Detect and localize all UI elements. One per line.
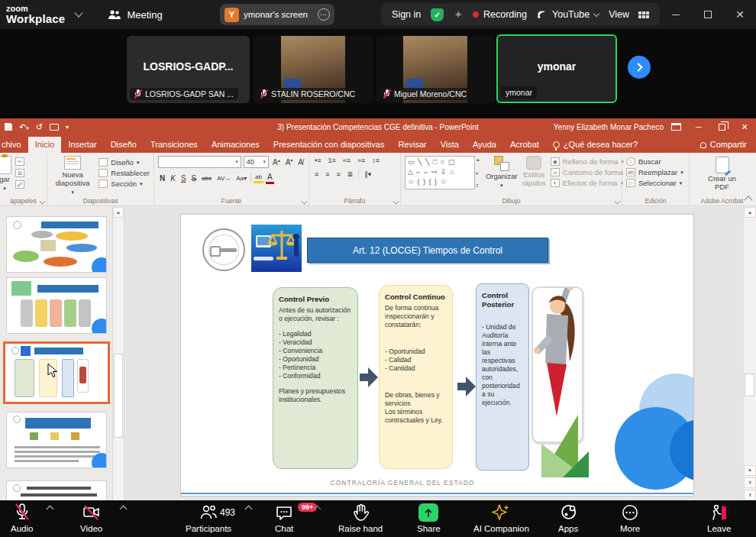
tab-diseno[interactable]: Diseño <box>104 137 144 153</box>
find-button[interactable]: ○Buscar <box>626 157 685 166</box>
change-case-button[interactable]: Aa▾ <box>234 174 248 183</box>
columns-icon[interactable]: ∥▾ <box>363 170 373 179</box>
slide-scrollbar[interactable]: ▲ ▼ ⇞ ⇟ <box>744 207 756 500</box>
raise-hand-button[interactable]: Raise hand <box>338 503 383 533</box>
shrink-font-icon[interactable]: A▾ <box>284 157 295 167</box>
layout-button[interactable]: Diseño ▾ <box>99 158 150 167</box>
sign-in-button[interactable]: Sign in <box>392 9 421 20</box>
audio-button[interactable]: Audio <box>11 503 33 533</box>
tell-me-box[interactable]: ¿Qué desea hacer? <box>546 137 645 153</box>
quick-styles-button[interactable]: Estilos rápidos <box>522 156 546 188</box>
shapes-gallery[interactable]: ▭ ╲ ╲ □ ○ ▢ △ ⌐ ⌐ ⇨ ⇩ ⌂ ☆ ( ) { } ☆ <box>405 156 475 189</box>
shape-effects-button[interactable]: ◐Efectos de forma ▾ <box>551 179 629 187</box>
next-participants-button[interactable] <box>628 56 651 79</box>
bullets-icon[interactable]: •≡ <box>313 156 322 165</box>
align-center-icon[interactable]: ≡ <box>324 170 331 179</box>
participant-tile[interactable]: STALIN ROSERO/CNC <box>253 36 373 103</box>
arrange-button[interactable]: Organizar▾ <box>486 156 518 189</box>
clear-format-icon[interactable]: A̸ <box>296 157 305 167</box>
leave-button[interactable]: Leave <box>707 503 731 533</box>
reset-button[interactable]: Restablecer <box>99 169 150 177</box>
youtube-live-button[interactable]: YouTube <box>537 9 599 20</box>
tab-presentacion[interactable]: Presentación con diapositivas <box>267 137 392 153</box>
shared-screen-pill[interactable]: Y ymonar's screen ⋯ <box>220 4 334 25</box>
compartir-button[interactable]: Compartir <box>691 137 756 153</box>
slide-thumbnail-4[interactable] <box>6 412 107 468</box>
create-pdf-button[interactable]: Crear un PDF <box>693 157 751 192</box>
bold-button[interactable]: N <box>158 173 166 183</box>
share-button[interactable]: Share <box>417 503 441 533</box>
subscript-button[interactable]: abc <box>200 174 213 183</box>
ai-companion-button[interactable]: AI Companion <box>473 503 529 533</box>
participant-tile[interactable]: Miguel Moreno/CNC <box>376 36 495 103</box>
maximize-button[interactable] <box>692 0 724 29</box>
numbering-icon[interactable]: 1≡ <box>326 156 337 165</box>
select-button[interactable]: ▷Seleccionar ▾ <box>626 179 685 187</box>
next-slide-button[interactable]: ⇟ <box>744 490 756 500</box>
tab-ayuda[interactable]: Ayuda <box>466 137 503 153</box>
security-shield-icon[interactable]: ✓ <box>431 8 444 21</box>
align-left-icon[interactable]: ≡ <box>313 170 320 179</box>
close-button[interactable]: ✕ <box>724 0 756 29</box>
screen-options-icon[interactable]: ⋯ <box>318 8 330 21</box>
more-button[interactable]: More <box>620 503 640 533</box>
font-size-combo[interactable]: 40▾ <box>244 156 269 168</box>
decrease-indent-icon[interactable]: «≡ <box>341 156 352 165</box>
chat-options-chevron[interactable] <box>314 506 321 513</box>
copy-icon[interactable]: ⧉ <box>15 169 24 177</box>
participants-options-chevron[interactable] <box>245 506 253 513</box>
scroll-up-icon[interactable]: ▲ <box>744 207 756 218</box>
format-painter-icon[interactable]: 🖉 <box>15 180 24 189</box>
tab-insertar[interactable]: Insertar <box>61 137 103 153</box>
font-color-button[interactable]: A <box>266 172 274 184</box>
cut-icon[interactable]: ✂ <box>15 157 24 166</box>
thumbnail-scroll-up-icon[interactable]: ▲ <box>113 207 124 218</box>
current-slide[interactable]: Art. 12 (LOCGE) Tiempos de Control Contr… <box>181 215 693 496</box>
tab-inicio[interactable]: Inicio <box>28 137 62 153</box>
align-right-icon[interactable]: ≡ <box>335 170 342 179</box>
video-options-chevron[interactable] <box>120 506 128 513</box>
char-spacing-button[interactable]: AV↔ <box>215 174 232 183</box>
video-button[interactable]: Video <box>80 503 102 533</box>
scroll-down-icon[interactable]: ▼ <box>744 465 756 476</box>
workspace-chevron-icon[interactable] <box>75 8 83 17</box>
thumbnail-scroll-thumb[interactable] <box>114 354 123 438</box>
new-slide-button[interactable]: Nueva diapositiva▾ <box>51 156 94 196</box>
slide-thumbnail-5[interactable] <box>6 480 107 500</box>
paste-button[interactable]: gar▾ <box>0 156 11 192</box>
replace-button[interactable]: abReemplazar ▾ <box>626 168 685 176</box>
highlight-button[interactable]: ab <box>254 173 263 183</box>
audio-options-chevron[interactable] <box>47 506 54 513</box>
slide-thumbnail-1[interactable] <box>6 216 107 273</box>
tab-vista[interactable]: Vista <box>434 137 466 153</box>
tab-transiciones[interactable]: Transiciones <box>144 137 205 153</box>
apps-button[interactable]: Apps <box>558 503 578 533</box>
shapes-gallery-scroll[interactable]: ▲▾≡ <box>475 156 481 189</box>
slide-thumbnail-2[interactable] <box>6 277 107 334</box>
meeting-tab[interactable]: Meeting <box>108 9 162 21</box>
participant-tile-active-speaker[interactable]: ymonar ymonar <box>496 34 617 103</box>
shape-fill-button[interactable]: ◆Relleno de forma ▾ <box>551 157 629 166</box>
scroll-thumb[interactable] <box>745 374 754 396</box>
ai-sparkle-icon[interactable]: ✦ <box>454 8 463 21</box>
view-button[interactable]: View <box>609 9 649 20</box>
tab-acrobat[interactable]: Acrobat <box>503 137 546 153</box>
line-spacing-icon[interactable]: ↕≡ <box>370 156 381 165</box>
participant-tile[interactable]: LOSRIOS-GADP... LOSRIOS-GADP SAN ... <box>127 36 250 103</box>
grow-font-icon[interactable]: A▴ <box>271 157 282 167</box>
justify-icon[interactable]: ≣ <box>346 170 355 179</box>
font-name-combo[interactable]: ▾ <box>158 156 241 168</box>
increase-indent-icon[interactable]: »≡ <box>356 156 367 165</box>
tab-revisar[interactable]: Revisar <box>391 137 433 153</box>
shape-outline-button[interactable]: ▱Contorno de forma ▾ <box>551 168 629 176</box>
tab-animaciones[interactable]: Animaciones <box>205 137 267 153</box>
chat-button[interactable]: Chat <box>275 503 293 533</box>
tab-archivo[interactable]: chivo <box>0 137 28 153</box>
strikethrough-button[interactable]: S <box>190 173 199 183</box>
underline-button[interactable]: S <box>179 173 188 183</box>
minimize-button[interactable]: ─ <box>660 0 692 29</box>
section-button[interactable]: Sección ▾ <box>99 180 150 188</box>
italic-button[interactable]: K <box>169 173 177 183</box>
thumbnail-scrollbar[interactable]: ▲ <box>113 207 124 500</box>
previous-slide-button[interactable]: ⇞ <box>744 477 756 488</box>
